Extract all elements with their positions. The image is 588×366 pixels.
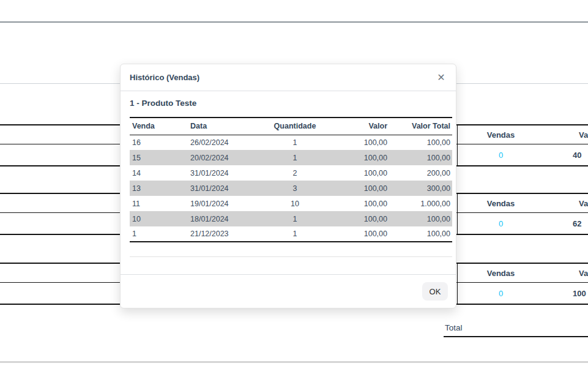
table-cell: 100,00 <box>332 181 389 196</box>
table-cell: 2 <box>258 165 332 181</box>
table-cell: 1.000,00 <box>389 196 452 211</box>
table-cell: 100,00 <box>332 135 389 150</box>
table-cell: 100,00 <box>332 226 389 242</box>
table-cell: 100,00 <box>389 211 452 226</box>
vendas-column-header: Vendas <box>458 125 544 144</box>
valor-column-header: Va <box>579 264 588 283</box>
table-row: 1626/02/20241100,00100,00 <box>130 135 452 150</box>
total-underline <box>444 336 588 337</box>
table-cell: 300,00 <box>389 181 452 196</box>
table-cell: 100,00 <box>332 150 389 165</box>
valor-column-header: Va <box>579 194 588 213</box>
table-cell: 1 <box>258 135 332 150</box>
table-cell: 100,00 <box>332 196 389 211</box>
valor-total-value: 100 <box>573 283 586 304</box>
table-cell: 15 <box>130 150 188 165</box>
column-header: Venda <box>130 118 188 135</box>
table-row: 1119/01/202410100,001.000,00 <box>130 196 452 211</box>
vendas-count-link[interactable]: 0 <box>458 145 544 165</box>
column-header: Valor <box>332 118 389 135</box>
table-row: 1018/01/20241100,00100,00 <box>130 211 452 226</box>
page-bottom-bar <box>0 361 588 363</box>
table-cell: 13 <box>130 181 188 196</box>
table-cell: 16 <box>130 135 188 150</box>
table-cell: 3 <box>258 181 332 196</box>
table-cell: 100,00 <box>332 211 389 226</box>
sales-history-header: VendaDataQuantidadeValorValor Total <box>130 118 452 135</box>
table-row: 1431/01/20242100,00200,00 <box>130 165 452 181</box>
column-header: Quantidade <box>258 118 332 135</box>
table-cell: 31/01/2024 <box>188 165 258 181</box>
table-cell: 1 <box>258 150 332 165</box>
table-row: 1520/02/20241100,00100,00 <box>130 150 452 165</box>
table-cell: 31/01/2024 <box>188 181 258 196</box>
column-header: Data <box>188 118 258 135</box>
table-cell: 100,00 <box>332 165 389 181</box>
page-top-divider <box>0 21 588 23</box>
dialog-header: Histórico (Vendas) ✕ <box>121 64 456 91</box>
column-header: Valor Total <box>389 118 452 135</box>
table-cell: 100,00 <box>389 150 452 165</box>
table-cell: 14 <box>130 165 188 181</box>
ok-button[interactable]: OK <box>422 282 448 301</box>
total-label: Total <box>445 323 463 332</box>
table-cell: 18/01/2024 <box>188 211 258 226</box>
table-cell: 1 <box>258 211 332 226</box>
table-row: 1331/01/20243100,00300,00 <box>130 181 452 196</box>
vendas-column-header: Vendas <box>458 264 544 283</box>
sales-history-table: VendaDataQuantidadeValorValor Total 1626… <box>130 117 452 242</box>
table-footer-divider <box>130 256 452 257</box>
table-cell: 20/02/2024 <box>188 150 258 165</box>
valor-total-value: 62 <box>573 214 581 234</box>
table-cell: 10 <box>130 211 188 226</box>
historico-vendas-dialog: Histórico (Vendas) ✕ 1 - Produto Teste V… <box>120 64 456 308</box>
table-cell: 10 <box>258 196 332 211</box>
table-cell: 100,00 <box>389 226 452 242</box>
table-cell: 26/02/2024 <box>188 135 258 150</box>
table-cell: 21/12/2023 <box>188 226 258 242</box>
table-row: 121/12/20231100,00100,00 <box>130 226 452 242</box>
table-cell: 200,00 <box>389 165 452 181</box>
vendas-column-header: Vendas <box>458 194 544 213</box>
table-cell: 19/01/2024 <box>188 196 258 211</box>
close-icon[interactable]: ✕ <box>434 70 448 85</box>
valor-column-header: Va <box>579 125 588 144</box>
valor-total-value: 40 <box>573 145 581 165</box>
table-cell: 11 <box>130 196 188 211</box>
dialog-title: Histórico (Vendas) <box>130 64 199 91</box>
page: Vendas Va 0 40 Vendas Va 0 62 Vendas Va … <box>0 0 588 366</box>
sales-history-body: 1626/02/20241100,00100,001520/02/2024110… <box>130 135 452 242</box>
vendas-count-link[interactable]: 0 <box>458 283 544 304</box>
table-cell: 100,00 <box>389 135 452 150</box>
dialog-footer-divider <box>121 274 456 275</box>
table-cell: 1 <box>258 226 332 242</box>
vendas-count-link[interactable]: 0 <box>458 214 544 234</box>
table-cell: 1 <box>130 226 188 242</box>
product-subtitle: 1 - Produto Teste <box>130 99 196 108</box>
